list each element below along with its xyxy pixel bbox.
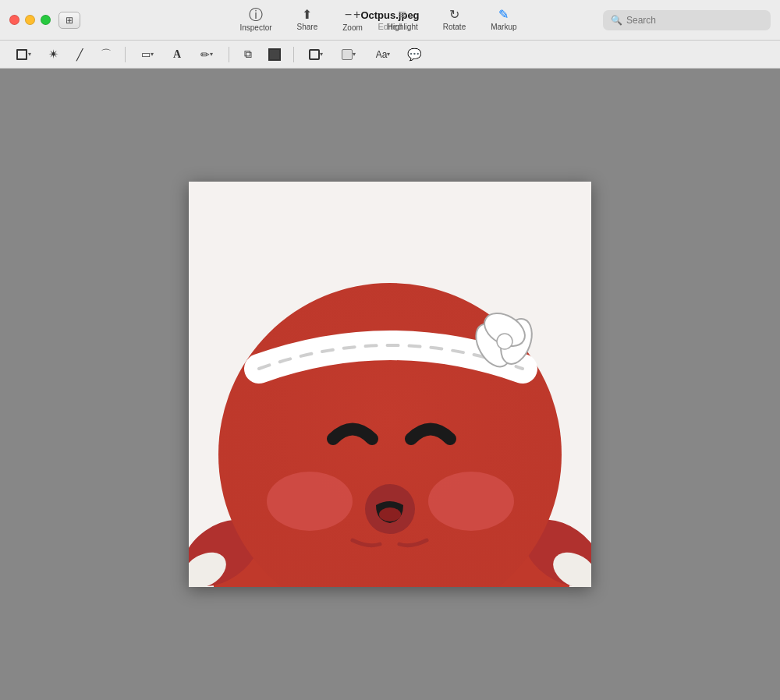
separator1 — [125, 47, 126, 62]
font-btn[interactable]: Aa ▾ — [367, 44, 399, 65]
retouch-btn[interactable]: ⌒ — [95, 44, 117, 65]
toolbar2: ▾ ✴ ╱ ⌒ ▭ ▾ A ✏ ▾ ⧉ ▾ ▾ — [0, 41, 780, 69]
rect-select-btn[interactable]: ▾ — [9, 44, 37, 65]
separator3 — [293, 47, 294, 62]
smart-lasso-btn[interactable]: ✴ — [42, 44, 64, 65]
search-box[interactable]: 🔍 — [603, 10, 771, 30]
shapes-btn[interactable]: ▭ ▾ — [133, 44, 161, 65]
view-button[interactable]: ⊞ — [58, 12, 80, 29]
canvas-area — [0, 69, 780, 700]
traffic-lights — [9, 15, 51, 25]
font-icon: Aa — [376, 49, 388, 60]
crop-icon — [268, 48, 281, 61]
inspector-icon: ⓘ — [249, 8, 263, 22]
svg-point-12 — [428, 472, 514, 531]
svg-point-11 — [267, 472, 353, 531]
octopus-image — [189, 182, 591, 587]
markup-button[interactable]: ✎ Markup — [491, 9, 516, 31]
text-btn[interactable]: A — [166, 44, 188, 65]
svg-point-18 — [379, 507, 401, 521]
toolbar-right: 🔍 — [603, 10, 771, 30]
zoom-out-icon[interactable]: − — [345, 8, 352, 22]
svg-point-16 — [497, 334, 512, 349]
shapes-arrow: ▾ — [151, 51, 154, 58]
fill-btn[interactable]: ▾ — [335, 44, 363, 65]
rotate-icon: ↻ — [449, 9, 459, 21]
text-icon: A — [173, 48, 181, 61]
fill-icon — [342, 49, 353, 60]
title-bar: ⊞ Octpus.jpeg Edited ⓘ Inspector ⬆ Share… — [0, 0, 780, 41]
image-container — [189, 182, 591, 587]
shapes-icon: ▭ — [141, 48, 151, 60]
instant-alpha-btn[interactable]: ╱ — [69, 44, 90, 65]
smart-lasso-icon: ✴ — [48, 47, 58, 62]
view-icon: ⊞ — [66, 15, 73, 26]
highlight-button[interactable]: ≡ Highlight — [388, 9, 418, 31]
retouch-icon: ⌒ — [101, 48, 112, 62]
adjust-icon: ⧉ — [244, 48, 252, 61]
maximize-button[interactable] — [41, 15, 51, 25]
fill-arrow: ▾ — [353, 51, 356, 58]
zoom-in-icon[interactable]: + — [353, 8, 360, 22]
separator2 — [229, 47, 229, 62]
toolbar-actions: ⓘ Inspector ⬆ Share − + Zoom ≡ Highlight… — [156, 0, 624, 40]
draw-btn[interactable]: ✏ ▾ — [193, 44, 221, 65]
border-arrow: ▾ — [320, 51, 323, 58]
rect-select-icon — [16, 49, 27, 60]
speech-icon: 💬 — [407, 48, 422, 62]
inspector-button[interactable]: ⓘ Inspector — [239, 8, 271, 32]
adjust-btn[interactable]: ⧉ — [237, 44, 259, 65]
highlight-icon: ≡ — [399, 9, 406, 21]
rect-arrow: ▾ — [28, 51, 31, 58]
rotate-button[interactable]: ↻ Rotate — [443, 9, 466, 31]
share-icon: ⬆ — [302, 9, 312, 21]
share-button[interactable]: ⬆ Share — [297, 9, 318, 31]
speech-btn[interactable]: 💬 — [403, 44, 425, 65]
instant-alpha-icon: ╱ — [76, 48, 83, 61]
close-button[interactable] — [9, 15, 20, 25]
crop-btn[interactable] — [264, 44, 285, 65]
border-icon — [309, 49, 320, 60]
markup-icon: ✎ — [498, 9, 509, 21]
font-arrow: ▾ — [387, 51, 390, 58]
draw-arrow: ▾ — [210, 51, 213, 58]
zoom-button[interactable]: − + Zoom — [342, 8, 363, 32]
draw-icon: ✏ — [200, 48, 210, 61]
search-input[interactable] — [626, 15, 763, 26]
minimize-button[interactable] — [25, 15, 35, 25]
border-btn[interactable]: ▾ — [302, 44, 330, 65]
